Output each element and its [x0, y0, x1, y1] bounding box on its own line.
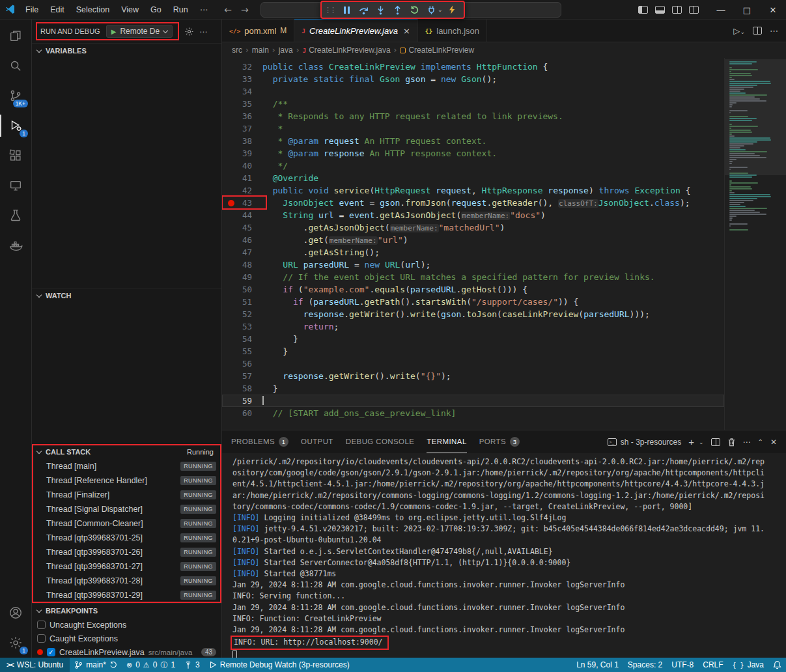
minimap[interactable]	[724, 58, 786, 430]
breakpoint-checkbox[interactable]	[37, 621, 46, 629]
menu-edit[interactable]: Edit	[44, 3, 70, 17]
git-branch-status[interactable]: main*	[70, 658, 122, 672]
nav-back-icon[interactable]: ←	[224, 5, 232, 15]
call-stack-header[interactable]: CALL STACK Running	[32, 445, 221, 459]
terminal-dropdown-icon[interactable]: ⌄	[699, 439, 704, 445]
terminal-output[interactable]: /pierrick/.m2/repository/io/cloudevents/…	[222, 453, 786, 658]
pause-button[interactable]	[339, 2, 354, 18]
toggle-sidebar-icon[interactable]	[638, 6, 648, 14]
trash-icon[interactable]	[727, 438, 736, 447]
hot-code-replace-button[interactable]	[444, 2, 460, 18]
tab-launch.json[interactable]: {}launch.json	[418, 20, 487, 42]
line-number-gutter[interactable]: 47	[222, 246, 262, 259]
activity-docker[interactable]	[0, 231, 31, 260]
line-number-gutter[interactable]: 34	[222, 85, 262, 98]
line-number-gutter[interactable]: 49	[222, 271, 262, 283]
step-into-button[interactable]	[372, 2, 388, 18]
panel-tab-terminal[interactable]: TERMINAL	[427, 430, 466, 453]
activity-accounts[interactable]	[0, 598, 31, 628]
terminal-picker[interactable]: >_ sh - 3p-resources	[608, 438, 681, 447]
split-editor-icon[interactable]	[753, 27, 762, 35]
chevron-down-icon[interactable]: ⌄	[438, 7, 443, 13]
tab-pom.xml[interactable]: </>pom.xmlM	[222, 20, 294, 42]
line-number-gutter[interactable]: 33	[222, 73, 262, 85]
panel-tab-ports[interactable]: PORTS3	[479, 430, 520, 453]
language-status[interactable]: { } Java	[728, 658, 768, 672]
step-out-button[interactable]	[389, 2, 405, 18]
code-editor[interactable]: 32public class CreateLinkPreview impleme…	[222, 58, 786, 430]
more-actions-icon[interactable]: ⋯	[199, 27, 208, 36]
menu-view[interactable]: View	[115, 3, 145, 17]
line-number-gutter[interactable]: 32	[222, 61, 262, 73]
line-number-gutter[interactable]: 37	[222, 122, 262, 135]
close-window-button[interactable]: ✕	[760, 0, 786, 20]
problems-status[interactable]: ⊗ 0 ⚠ 0 ⓘ 1	[122, 658, 180, 672]
panel-tab-output[interactable]: OUTPUT	[301, 430, 333, 453]
callstack-thread[interactable]: Thread [Common-Cleaner]RUNNING	[32, 516, 221, 531]
activity-testing[interactable]	[0, 201, 31, 231]
callstack-thread[interactable]: Thread [main]RUNNING	[32, 459, 221, 473]
menu-file[interactable]: File	[20, 3, 44, 17]
line-number-gutter[interactable]: 55	[222, 345, 262, 357]
toolbar-drag-grip[interactable]: ⋮⋮	[324, 6, 335, 14]
panel-tab-problems[interactable]: PROBLEMS1	[231, 430, 288, 453]
nav-forward-icon[interactable]: →	[241, 5, 249, 15]
activity-search[interactable]	[0, 51, 31, 81]
more-actions-icon[interactable]: ⋯	[770, 26, 778, 36]
menu-more[interactable]: ⋯	[194, 3, 214, 17]
line-number-gutter[interactable]: 40	[222, 160, 262, 172]
minimize-button[interactable]: —	[708, 0, 734, 20]
menu-selection[interactable]: Selection	[70, 3, 115, 17]
activity-settings[interactable]: 1	[0, 628, 31, 658]
line-number-gutter[interactable]: 36	[222, 110, 262, 122]
line-number-gutter[interactable]: 42	[222, 184, 262, 197]
line-number-gutter[interactable]: 50	[222, 283, 262, 296]
callstack-thread[interactable]: Thread [Signal Dispatcher]RUNNING	[32, 502, 221, 516]
breakpoints-header[interactable]: BREAKPOINTS	[32, 604, 221, 618]
more-actions-icon[interactable]: ⋯	[743, 438, 751, 447]
cursor-position[interactable]: Ln 59, Col 1	[572, 658, 623, 672]
split-terminal-icon[interactable]	[711, 438, 720, 446]
breadcrumb-main[interactable]: main	[252, 46, 269, 55]
activity-run-and-debug[interactable]: 1	[0, 111, 31, 141]
line-number-gutter[interactable]: 35	[222, 98, 262, 110]
breakpoint-row[interactable]: Uncaught Exceptions	[32, 618, 221, 632]
restart-button[interactable]	[406, 2, 422, 18]
step-over-button[interactable]	[356, 2, 371, 18]
customize-layout-icon[interactable]	[689, 6, 699, 14]
menu-go[interactable]: Go	[145, 3, 167, 17]
debug-config-picker[interactable]: ▶ Remote De	[106, 25, 173, 38]
breakpoint-dot[interactable]	[228, 200, 234, 206]
toggle-secondary-sidebar-icon[interactable]	[672, 6, 682, 14]
notifications-bell[interactable]	[768, 658, 786, 672]
variables-header[interactable]: VARIABLES	[32, 44, 221, 58]
activity-source-control[interactable]: 1K+	[0, 81, 31, 111]
tab-CreateLinkPreview.java[interactable]: JCreateLinkPreview.java×	[294, 20, 418, 42]
maximize-button[interactable]: □	[734, 0, 760, 20]
menu-run[interactable]: Run	[167, 3, 194, 17]
callstack-thread[interactable]: Thread [qtp399683701-29]RUNNING	[32, 588, 221, 602]
disconnect-button[interactable]	[423, 2, 439, 18]
new-terminal-icon[interactable]: +	[688, 436, 694, 447]
breakpoint-checkbox[interactable]	[37, 634, 46, 643]
indentation-status[interactable]: Spaces: 2	[623, 658, 667, 672]
line-number-gutter[interactable]: 46	[222, 234, 262, 246]
toggle-panel-icon[interactable]	[655, 6, 665, 14]
encoding-status[interactable]: UTF-8	[667, 658, 698, 672]
activity-explorer[interactable]	[0, 21, 31, 51]
line-number-gutter[interactable]: 48	[222, 259, 262, 271]
eol-status[interactable]: CRLF	[698, 658, 727, 672]
breadcrumb-CreateLinkPreview.java[interactable]: JCreateLinkPreview.java	[302, 46, 390, 55]
line-number-gutter[interactable]: 60	[222, 407, 262, 419]
debug-watch-status[interactable]: Remote Debug Watch (3p-resources)	[204, 658, 354, 672]
callstack-thread[interactable]: Thread [Finalizer]RUNNING	[32, 488, 221, 502]
maximize-panel-icon[interactable]: ⌃	[758, 438, 763, 445]
line-number-gutter[interactable]: 38	[222, 135, 262, 147]
breadcrumb-java[interactable]: java	[279, 46, 293, 55]
line-number-gutter[interactable]: 53	[222, 320, 262, 333]
line-number-gutter[interactable]: 56	[222, 357, 262, 370]
line-number-gutter[interactable]: 45	[222, 221, 262, 234]
run-java-icon[interactable]: ▷ ⌄	[733, 26, 745, 36]
panel-tab-debug-console[interactable]: DEBUG CONSOLE	[346, 430, 415, 453]
watch-header[interactable]: WATCH	[32, 288, 221, 303]
